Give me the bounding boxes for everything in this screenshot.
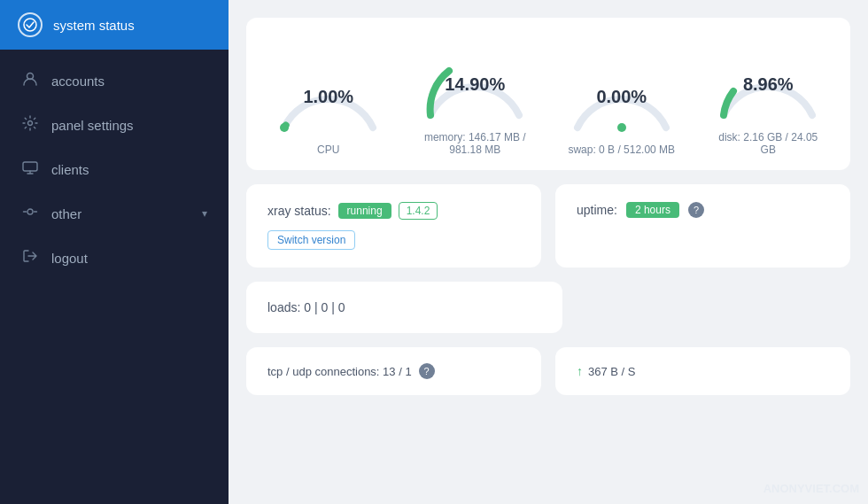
loads-card: loads: 0 | 0 | 0 (246, 282, 562, 333)
swap-label: swap: 0 B / 512.00 MB (568, 143, 675, 156)
clients-icon (21, 159, 39, 179)
xray-status-card: xray status: running 1.4.2 Switch versio… (246, 184, 541, 268)
sidebar-item-clients[interactable]: clients (0, 147, 229, 191)
connections-card: tcp / udp connections: 13 / 1 ? (246, 347, 541, 395)
svg-point-2 (28, 121, 33, 126)
panel-settings-icon (21, 115, 39, 135)
memory-gauge: 14.90% memory: 146.17 MB / 981.18 MB (417, 35, 532, 156)
cpu-gauge: 1.00% CPU (271, 48, 386, 156)
panel-settings-label: panel settings (51, 118, 134, 133)
logout-icon (21, 248, 39, 268)
uptime-line: uptime: 2 hours ? (577, 202, 829, 218)
system-status-icon (18, 12, 43, 37)
loads-row: loads: 0 | 0 | 0 (246, 282, 850, 333)
switch-version-button[interactable]: Switch version (267, 230, 355, 250)
xray-status-line: xray status: running 1.4.2 (267, 202, 520, 220)
loads-text: loads: 0 | 0 | 0 (267, 300, 345, 314)
sidebar-item-accounts[interactable]: accounts (0, 58, 229, 103)
swap-gauge: 0.00% swap: 0 B / 512.00 MB (564, 48, 679, 156)
clients-label: clients (51, 162, 89, 177)
logout-label: logout (51, 251, 88, 266)
uptime-value-badge: 2 hours (626, 202, 679, 218)
svg-point-5 (617, 123, 626, 132)
accounts-icon (21, 71, 39, 90)
loads-spacer (577, 282, 850, 333)
sidebar-title: system status (53, 18, 135, 33)
accounts-label: accounts (51, 74, 105, 89)
uptime-card: uptime: 2 hours ? (555, 184, 850, 268)
disk-label: disk: 2.16 GB / 24.05 GB (710, 131, 825, 156)
other-chevron-icon: ▾ (202, 207, 207, 220)
gauges-card: 1.00% CPU 14.90% memory: 146.17 MB / 981… (246, 18, 850, 170)
other-icon (21, 204, 39, 223)
bottom-row: tcp / udp connections: 13 / 1 ? ↑ 367 B … (246, 347, 850, 395)
connections-text: tcp / udp connections: 13 / 1 (267, 365, 412, 378)
memory-value: 14.90% (445, 74, 505, 95)
svg-rect-3 (23, 162, 37, 171)
memory-label: memory: 146.17 MB / 981.18 MB (417, 131, 532, 156)
uptime-help-icon[interactable]: ? (688, 202, 704, 218)
sidebar-item-panel-settings[interactable]: panel settings (0, 103, 229, 147)
cpu-value: 1.00% (303, 87, 353, 107)
connections-help-icon[interactable]: ? (419, 363, 435, 379)
traffic-up-icon: ↑ (577, 364, 583, 378)
xray-running-badge: running (338, 203, 391, 219)
traffic-card: ↑ 367 B / S (555, 347, 850, 395)
xray-version-badge: 1.4.2 (399, 202, 438, 220)
xray-status-label: xray status: (267, 204, 331, 218)
main-content: 1.00% CPU 14.90% memory: 146.17 MB / 981… (229, 0, 868, 504)
sidebar-nav: accounts panel settings (0, 50, 229, 289)
traffic-text: 367 B / S (588, 365, 635, 378)
cpu-label: CPU (317, 143, 339, 156)
svg-point-4 (280, 123, 289, 132)
svg-point-0 (24, 19, 36, 31)
sidebar-item-logout[interactable]: logout (0, 236, 229, 280)
disk-value: 8.96% (743, 74, 794, 95)
sidebar: system status accounts (0, 0, 229, 504)
sidebar-header: system status (0, 0, 229, 50)
disk-gauge: 8.96% disk: 2.16 GB / 24.05 GB (710, 35, 825, 156)
status-row: xray status: running 1.4.2 Switch versio… (246, 184, 850, 268)
uptime-label: uptime: (577, 203, 617, 217)
sidebar-item-other[interactable]: other ▾ (0, 191, 229, 236)
swap-value: 0.00% (596, 87, 647, 107)
other-label: other (51, 206, 81, 221)
